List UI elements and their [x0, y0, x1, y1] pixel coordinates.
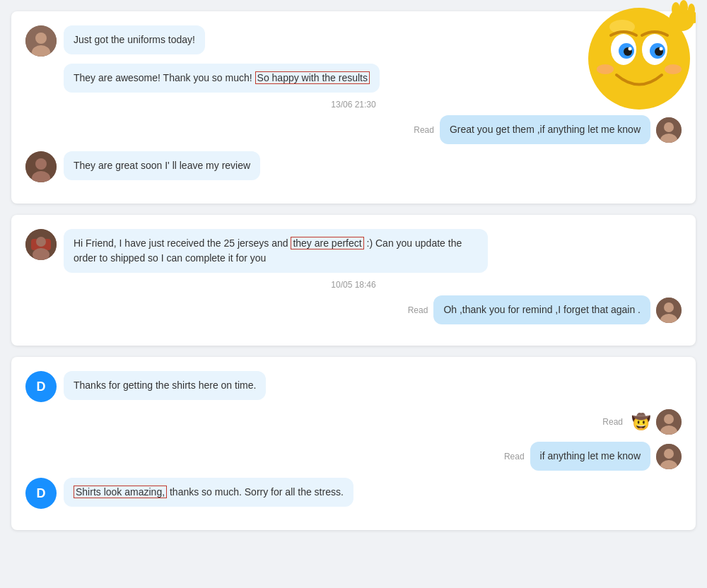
outgoing-avatar-3 — [656, 409, 682, 435]
outgoing-bubble-1: Great you get them ,if anything let me k… — [440, 115, 650, 144]
message-text-5: Thanks for getting the shirts here on ti… — [74, 380, 256, 391]
svg-point-15 — [688, 4, 695, 16]
svg-point-34 — [664, 414, 674, 424]
message-text-1: Just got the uniforms today! — [74, 34, 195, 45]
message-bubble-1: Just got the uniforms today! — [64, 25, 205, 54]
svg-point-16 — [691, 12, 696, 23]
message-text-6-highlight: Shirts look amazing, — [74, 486, 167, 498]
svg-point-31 — [664, 302, 674, 312]
svg-point-14 — [679, 0, 688, 14]
timestamp-1: 13/06 21:30 — [25, 100, 682, 110]
conversation-block-1: Just got the uniforms today! They are aw… — [11, 11, 696, 204]
message-text-2a: They are awesome! Thank you so much! — [74, 72, 255, 83]
message-row-5: D Thanks for getting the shirts here on … — [25, 371, 682, 402]
svg-point-24 — [35, 158, 47, 170]
message-row-2: They are awesome! Thank you so much! So … — [25, 64, 682, 93]
outgoing-row-1: Read Great you get them ,if anything let… — [25, 115, 682, 144]
read-label-3: Read — [602, 417, 623, 427]
avatar-letter-text-2: D — [37, 486, 46, 501]
avatar-letter-text-1: D — [37, 380, 46, 394]
avatar-2 — [25, 151, 57, 182]
svg-point-13 — [672, 2, 680, 16]
message-row-1: Just got the uniforms today! — [25, 25, 682, 57]
avatar-letter-2: D — [25, 478, 57, 509]
outgoing-row-4: Read if anything let me know — [25, 442, 682, 471]
read-label-2: Read — [408, 305, 428, 315]
message-text-4-highlight: they are perfect — [291, 237, 363, 249]
message-text-3: They are great soon I' ll leave my revie… — [74, 160, 250, 171]
outgoing-avatar-1 — [656, 117, 682, 143]
message-bubble-2: They are awesome! Thank you so much! So … — [64, 64, 380, 93]
message-text-6b: thanks so much. Sorry for all the stress… — [167, 486, 344, 498]
svg-point-21 — [664, 122, 674, 132]
outgoing-avatar-4 — [656, 444, 682, 469]
message-row-6: D Shirts look amazing, thanks so much. S… — [25, 478, 682, 509]
read-label-4: Read — [504, 452, 525, 461]
outgoing-row-2: Read Oh ,thank you for remind ,I forget … — [25, 295, 682, 324]
svg-point-18 — [35, 33, 47, 44]
message-bubble-4: Hi Friend, I have just received the 25 j… — [64, 229, 488, 273]
svg-point-28 — [36, 237, 46, 247]
avatar-3 — [25, 229, 57, 260]
outgoing-text-2: Oh ,thank you for remind ,I forget that … — [443, 304, 641, 315]
message-row-3: They are great soon I' ll leave my revie… — [25, 151, 682, 182]
outgoing-row-3: Read 🤠 — [25, 409, 682, 435]
message-bubble-3: They are great soon I' ll leave my revie… — [64, 151, 260, 180]
avatar-1 — [25, 25, 57, 57]
conversation-block-3: D Thanks for getting the shirts here on … — [11, 357, 696, 530]
outgoing-bubble-2: Oh ,thank you for remind ,I forget that … — [433, 295, 650, 324]
message-row-4: Hi Friend, I have just received the 25 j… — [25, 229, 682, 273]
message-bubble-6: Shirts look amazing, thanks so much. Sor… — [64, 478, 354, 507]
message-text-2-highlight: So happy with the results — [255, 71, 370, 84]
avatar-letter-1: D — [25, 371, 57, 402]
emoji-cowboy: 🤠 — [631, 413, 650, 431]
outgoing-bubble-3: if anything let me know — [530, 442, 650, 471]
read-label-1: Read — [414, 125, 434, 135]
conversation-block-2: Hi Friend, I have just received the 25 j… — [11, 215, 696, 346]
message-text-4a: Hi Friend, I have just received the 25 j… — [74, 237, 291, 249]
svg-point-37 — [664, 449, 674, 459]
outgoing-text-1: Great you get them ,if anything let me k… — [450, 124, 641, 135]
message-bubble-5: Thanks for getting the shirts here on ti… — [64, 371, 266, 400]
outgoing-text-3: if anything let me know — [540, 450, 641, 461]
svg-point-0 — [588, 8, 690, 110]
outgoing-avatar-2 — [656, 298, 682, 323]
timestamp-2: 10/05 18:46 — [25, 280, 682, 290]
